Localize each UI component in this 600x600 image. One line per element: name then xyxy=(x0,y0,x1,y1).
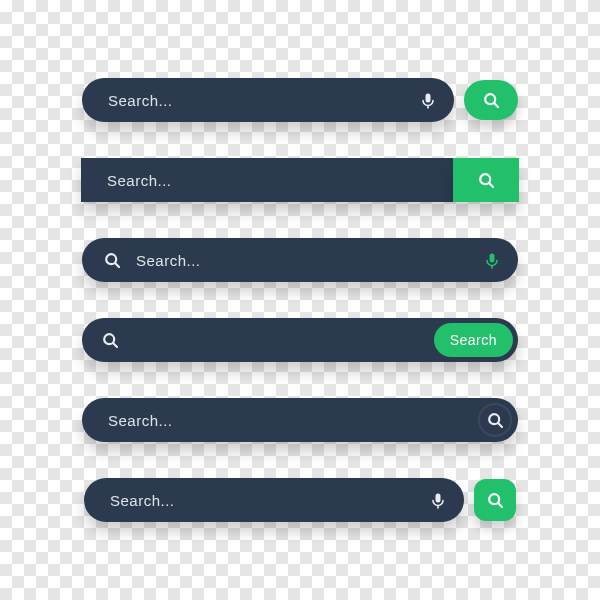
search-icon xyxy=(104,252,120,268)
search-bar-variant-6: Search... xyxy=(84,478,516,522)
search-icon xyxy=(483,92,499,108)
mic-icon[interactable] xyxy=(420,92,436,109)
search-placeholder: Search... xyxy=(132,252,472,269)
search-input[interactable]: Search... xyxy=(82,398,518,442)
search-button[interactable] xyxy=(478,403,512,437)
search-button[interactable] xyxy=(464,80,518,120)
search-placeholder: Search... xyxy=(103,172,453,189)
search-bar-variant-5: Search... xyxy=(82,398,518,442)
search-input[interactable]: Search... xyxy=(81,158,453,202)
search-icon xyxy=(487,492,503,508)
search-icon xyxy=(487,412,503,428)
mic-icon[interactable] xyxy=(430,492,446,509)
search-bar-variant-4: Search xyxy=(82,318,518,362)
search-button[interactable]: Search xyxy=(434,323,513,357)
search-input[interactable]: Search... xyxy=(82,238,518,282)
search-input[interactable]: Search... xyxy=(82,78,454,122)
search-bar-variant-3: Search... xyxy=(82,238,518,282)
search-button-label: Search xyxy=(450,332,497,348)
search-placeholder: Search... xyxy=(104,92,420,109)
search-placeholder: Search... xyxy=(104,412,478,429)
search-bar-variant-1: Search... xyxy=(82,78,518,122)
search-button[interactable] xyxy=(474,479,516,521)
mic-icon[interactable] xyxy=(484,252,500,269)
search-button[interactable] xyxy=(453,158,519,202)
search-input[interactable]: Search xyxy=(82,318,518,362)
search-bar-variant-2: Search... xyxy=(81,158,519,202)
search-placeholder: Search... xyxy=(106,492,430,509)
search-icon xyxy=(478,172,494,188)
search-icon xyxy=(102,332,118,348)
search-input[interactable]: Search... xyxy=(84,478,464,522)
